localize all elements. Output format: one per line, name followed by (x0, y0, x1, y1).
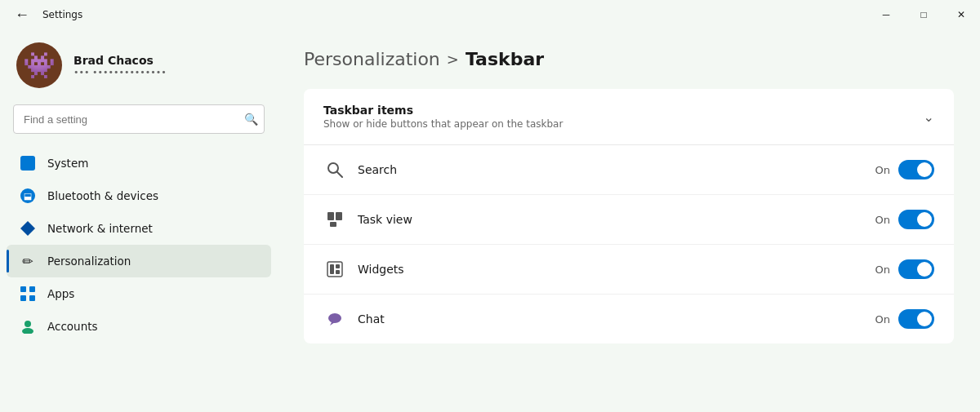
widgets-setting-status: On (875, 264, 890, 276)
widgets-toggle-thumb (917, 262, 932, 277)
sidebar-item-accounts-label: Accounts (47, 320, 98, 333)
back-button[interactable]: ← (10, 2, 34, 27)
search-setting-icon (323, 162, 346, 178)
taskview-toggle-track (898, 210, 934, 229)
breadcrumb-current: Taskbar (466, 49, 544, 69)
chat-setting-label: Chat (358, 312, 875, 326)
breadcrumb: Personalization > Taskbar (304, 49, 954, 69)
svg-rect-13 (330, 264, 334, 274)
svg-rect-10 (336, 212, 342, 220)
maximize-button[interactable]: □ (905, 0, 942, 29)
titlebar-title: Settings (42, 9, 82, 20)
network-icon (20, 220, 36, 237)
sidebar-item-apps-label: Apps (47, 287, 74, 300)
titlebar-controls: ─ □ ✕ (867, 0, 980, 29)
close-button[interactable]: ✕ (942, 0, 980, 29)
setting-row-search: Search On (304, 145, 954, 195)
collapse-icon[interactable]: ⌄ (924, 109, 934, 125)
chat-toggle-thumb (917, 312, 932, 326)
svg-point-7 (328, 163, 338, 173)
svg-rect-11 (330, 222, 336, 227)
sidebar-item-network-label: Network & internet (47, 222, 153, 235)
search-setting-label: Search (358, 163, 875, 176)
svg-rect-4 (29, 295, 35, 301)
chat-setting-icon (323, 311, 346, 327)
chat-setting-status: On (875, 313, 890, 326)
widgets-toggle[interactable] (898, 259, 934, 279)
svg-point-5 (24, 321, 31, 327)
search-icon[interactable]: 🔍 (244, 113, 258, 126)
search-toggle-thumb (917, 162, 932, 177)
svg-rect-14 (336, 264, 340, 268)
breadcrumb-parent[interactable]: Personalization (304, 49, 440, 69)
svg-line-8 (337, 172, 342, 177)
search-setting-status: On (875, 164, 890, 176)
svg-rect-2 (29, 286, 35, 292)
widgets-toggle-track (898, 259, 934, 279)
widgets-setting-icon (323, 261, 346, 277)
search-input[interactable] (13, 104, 265, 134)
personalization-icon: ✏️ (20, 253, 36, 269)
svg-point-6 (22, 328, 33, 334)
widgets-setting-label: Widgets (358, 263, 875, 276)
accounts-icon (20, 318, 36, 334)
sidebar-item-accounts[interactable]: Accounts (7, 310, 271, 343)
taskview-setting-label: Task view (358, 213, 875, 226)
chat-toggle-track (898, 309, 934, 329)
titlebar-left: ← Settings (10, 2, 82, 27)
taskview-toggle-thumb (917, 212, 932, 227)
avatar (16, 42, 62, 88)
sidebar-item-system-label: System (47, 157, 88, 170)
svg-rect-3 (20, 295, 26, 301)
svg-point-16 (328, 313, 341, 323)
user-section: Brad Chacos ••• •••••••••••••• (0, 29, 278, 104)
user-name: Brad Chacos (74, 54, 167, 67)
taskview-setting-icon (323, 211, 346, 228)
sidebar-item-network[interactable]: Network & internet (7, 212, 271, 245)
taskview-toggle[interactable] (898, 210, 934, 229)
system-icon (20, 155, 36, 171)
svg-rect-15 (336, 270, 340, 274)
sidebar-item-apps[interactable]: Apps (7, 277, 271, 310)
apps-icon (20, 286, 36, 302)
setting-row-chat: Chat On (304, 295, 954, 343)
search-box: 🔍 (13, 104, 265, 134)
chat-toggle[interactable] (898, 309, 934, 329)
card-header: Taskbar items Show or hide buttons that … (304, 89, 954, 145)
nav-list: System ⬓ Bluetooth & devices Network & i… (0, 147, 278, 343)
titlebar: ← Settings ─ □ ✕ (0, 0, 980, 29)
app-body: Brad Chacos ••• •••••••••••••• 🔍 System … (0, 29, 980, 412)
card-section-subtitle: Show or hide buttons that appear on the … (323, 118, 563, 130)
breadcrumb-separator: > (447, 51, 459, 68)
user-email: ••• •••••••••••••• (74, 67, 167, 78)
main-content: Personalization > Taskbar Taskbar items … (278, 29, 980, 412)
setting-row-taskview: Task view On (304, 195, 954, 245)
sidebar-item-system[interactable]: System (7, 147, 271, 179)
svg-rect-12 (327, 262, 342, 277)
svg-marker-0 (20, 221, 35, 236)
sidebar-item-personalization-label: Personalization (47, 255, 131, 268)
card-section-title: Taskbar items (323, 104, 563, 117)
taskbar-items-card: Taskbar items Show or hide buttons that … (304, 89, 954, 343)
svg-rect-9 (327, 212, 334, 220)
sidebar-item-bluetooth-label: Bluetooth & devices (47, 189, 158, 202)
setting-row-widgets: Widgets On (304, 245, 954, 295)
card-header-text: Taskbar items Show or hide buttons that … (323, 104, 563, 130)
sidebar-item-bluetooth[interactable]: ⬓ Bluetooth & devices (7, 179, 271, 212)
search-toggle[interactable] (898, 160, 934, 179)
minimize-button[interactable]: ─ (867, 0, 905, 29)
svg-rect-1 (20, 286, 26, 292)
user-info: Brad Chacos ••• •••••••••••••• (74, 54, 167, 78)
search-toggle-track (898, 160, 934, 179)
bluetooth-icon: ⬓ (20, 188, 36, 204)
sidebar: Brad Chacos ••• •••••••••••••• 🔍 System … (0, 29, 278, 412)
taskview-setting-status: On (875, 214, 890, 226)
sidebar-item-personalization[interactable]: ✏️ Personalization (7, 245, 271, 277)
